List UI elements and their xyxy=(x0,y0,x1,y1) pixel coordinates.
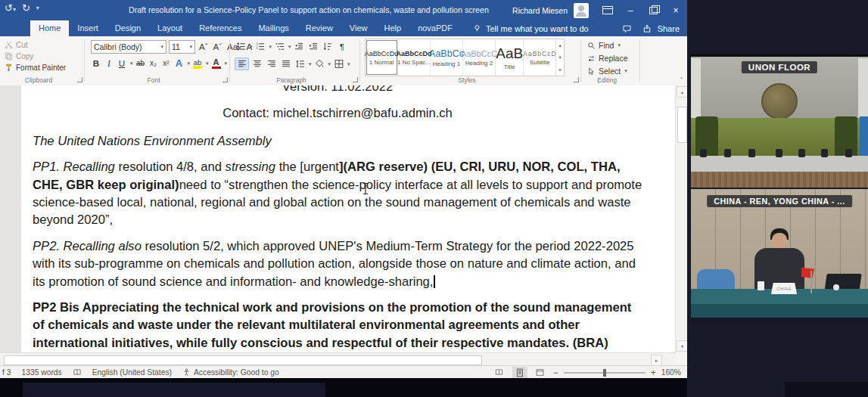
tab-design[interactable]: Design xyxy=(107,20,149,36)
paragraph-dialog-launcher-icon[interactable] xyxy=(353,77,358,82)
tab-view[interactable]: View xyxy=(341,20,376,36)
format-painter-button[interactable]: Format Painter xyxy=(0,62,85,73)
bullets-button[interactable] xyxy=(235,41,247,52)
word-count[interactable]: 1335 words xyxy=(21,368,61,377)
text-effects-dropdown[interactable]: ▾ xyxy=(188,60,191,67)
tab-insert[interactable]: Insert xyxy=(69,20,107,36)
font-size-select[interactable]: 11▾ xyxy=(169,40,195,54)
close-button[interactable]: × xyxy=(664,0,687,20)
strikethrough-button[interactable]: ab xyxy=(135,59,146,67)
undo-icon[interactable]: ↺▾ xyxy=(5,2,16,14)
language-indicator[interactable]: English (United States) xyxy=(92,368,172,377)
text-effects-button[interactable]: A xyxy=(174,57,185,69)
decrease-indent-button[interactable] xyxy=(293,41,306,52)
italic-button[interactable]: I xyxy=(104,59,114,68)
copy-button[interactable]: Copy xyxy=(0,51,85,62)
vertical-scrollbar-thumb[interactable] xyxy=(677,107,687,143)
style-title[interactable]: AaB Title xyxy=(496,39,524,76)
style-heading2[interactable]: AaBbCcC Heading 2 xyxy=(463,39,496,76)
ribbon-display-options-icon[interactable] xyxy=(596,0,619,20)
video-feed-unon-floor[interactable]: UNON FLOOR xyxy=(691,54,868,188)
scroll-down-icon[interactable]: ▾ xyxy=(677,340,688,352)
user-name[interactable]: Richard Miesen xyxy=(512,6,568,15)
restore-button[interactable] xyxy=(642,0,664,20)
horizontal-scrollbar[interactable]: ▸ xyxy=(0,352,676,366)
style-heading1[interactable]: AaBbCc Heading 1 xyxy=(431,39,463,76)
hall-window-left xyxy=(691,58,701,125)
customize-qat-icon[interactable]: ▾ xyxy=(36,5,39,11)
style-subtitle[interactable]: AaBbCcD Subtitle xyxy=(524,39,555,76)
tab-help[interactable]: Help xyxy=(376,20,410,36)
document-page[interactable]: Version: 11.02.2022 Contact: michel.tsch… xyxy=(21,85,676,352)
show-hide-formatting-button[interactable]: ¶ xyxy=(336,41,349,52)
zoom-slider-thumb[interactable] xyxy=(603,369,606,377)
zoom-out-button[interactable]: − xyxy=(553,368,558,378)
scroll-up-icon[interactable]: ▴ xyxy=(677,86,688,98)
zoom-slider[interactable] xyxy=(564,372,646,374)
superscript-button[interactable]: x² xyxy=(161,59,172,67)
tab-review[interactable]: Review xyxy=(297,20,341,36)
underline-dropdown[interactable]: ▾ xyxy=(130,60,133,67)
styles-dialog-launcher-icon[interactable] xyxy=(574,77,579,82)
redo-icon[interactable]: ↻ xyxy=(22,2,30,14)
scroll-right-icon[interactable]: ▸ xyxy=(651,355,662,366)
justify-button[interactable] xyxy=(279,58,292,70)
collapse-ribbon-icon[interactable]: ˆ xyxy=(680,76,683,84)
tab-spacer xyxy=(0,20,30,36)
zoom-in-button[interactable]: + xyxy=(651,368,656,378)
horizontal-scrollbar-thumb[interactable] xyxy=(4,355,482,365)
find-button[interactable]: Find▾ xyxy=(587,39,640,51)
print-layout-icon[interactable] xyxy=(512,367,527,378)
tab-novapdf[interactable]: novaPDF xyxy=(409,20,461,36)
sort-button[interactable] xyxy=(322,41,334,52)
style-normal[interactable]: AaBbCcDd 1 Normal xyxy=(366,39,398,76)
shading-button[interactable] xyxy=(313,58,326,70)
multilevel-list-button[interactable] xyxy=(273,41,286,52)
style-no-spacing[interactable]: AaBbCcDd 1 No Spac... xyxy=(398,39,431,76)
highlight-button[interactable]: ab xyxy=(192,58,203,69)
video-feed-china[interactable]: CHINA - REN, YONG CHINA - ... CHINA xyxy=(691,189,868,324)
line-spacing-button[interactable] xyxy=(294,58,306,70)
subscript-button[interactable]: x₂ xyxy=(148,59,159,67)
china-flag-icon xyxy=(801,268,814,278)
web-layout-icon[interactable] xyxy=(533,367,548,378)
share-button[interactable]: Share xyxy=(642,24,680,33)
styles-scroll-down-icon[interactable]: ▾ xyxy=(556,51,564,64)
zoom-level[interactable]: 160% xyxy=(661,368,681,377)
tab-mailings[interactable]: Mailings xyxy=(250,20,297,36)
select-button[interactable]: Select▾ xyxy=(587,65,640,77)
numbering-button[interactable] xyxy=(254,41,267,52)
align-right-button[interactable] xyxy=(265,58,278,70)
page-indicator[interactable]: f 3 xyxy=(2,368,11,377)
tab-references[interactable]: References xyxy=(191,20,250,36)
tab-layout[interactable]: Layout xyxy=(149,20,191,36)
feed-top-bar xyxy=(691,54,868,57)
bold-button[interactable]: B xyxy=(91,59,101,68)
highlight-dropdown[interactable]: ▾ xyxy=(206,60,209,67)
underline-button[interactable]: U xyxy=(117,59,127,68)
align-center-button[interactable] xyxy=(250,58,263,70)
tab-home[interactable]: Home xyxy=(30,20,69,36)
replace-button[interactable]: Replace xyxy=(587,52,640,64)
cut-button[interactable]: Cut xyxy=(0,39,85,51)
font-color-dropdown[interactable]: ▾ xyxy=(225,60,228,67)
shrink-font-button[interactable]: Aˇ xyxy=(212,42,224,51)
font-color-button[interactable]: A xyxy=(211,57,222,69)
font-dialog-launcher-icon[interactable] xyxy=(222,77,228,82)
tell-me-box[interactable]: Tell me what you want to do xyxy=(461,20,589,36)
vertical-scrollbar[interactable]: ▴ ▾ xyxy=(675,85,687,352)
minimize-button[interactable]: – xyxy=(619,0,642,20)
borders-button[interactable] xyxy=(332,58,345,70)
avatar[interactable] xyxy=(574,3,589,18)
styles-scroll-up-icon[interactable]: ▴ xyxy=(556,39,564,51)
styles-more-icon[interactable]: ≡ xyxy=(556,64,564,76)
font-name-select[interactable]: Calibri (Body)▾ xyxy=(91,40,166,54)
increase-indent-button[interactable] xyxy=(307,41,320,52)
read-mode-icon[interactable] xyxy=(492,367,507,378)
grow-font-button[interactable]: Aˆ xyxy=(198,42,210,51)
align-left-button[interactable] xyxy=(235,57,249,70)
proofing-icon[interactable] xyxy=(73,368,82,377)
clipboard-dialog-launcher-icon[interactable] xyxy=(77,77,82,82)
accessibility-status[interactable]: Accessibility: Good to go xyxy=(182,368,279,377)
comments-icon[interactable] xyxy=(622,24,632,33)
